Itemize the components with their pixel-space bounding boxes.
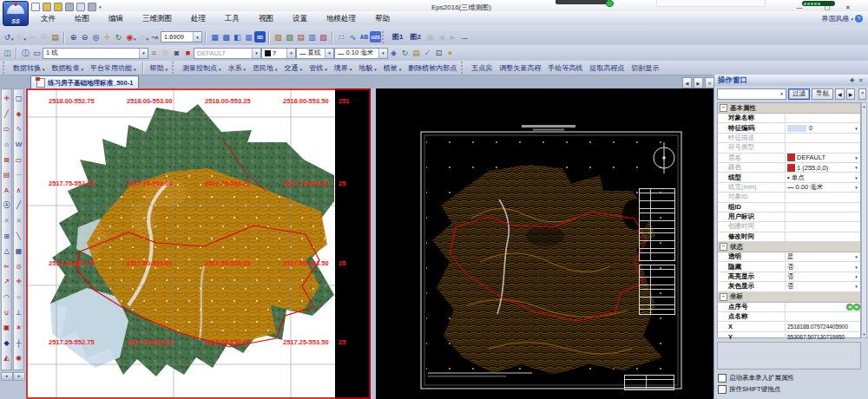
- view2-button[interactable]: 图2: [407, 30, 424, 44]
- next-point-button[interactable]: ▶: [853, 304, 860, 311]
- erase-icon[interactable]: ✕: [14, 213, 23, 229]
- property-value[interactable]: —0.00 毫米▾: [786, 183, 860, 192]
- help-menu-0[interactable]: 帮助▾: [147, 62, 172, 74]
- feature-menu-8[interactable]: 删除植被内部点: [404, 62, 460, 74]
- line-combobox[interactable]: 1 线▾: [43, 48, 148, 59]
- chevron-down-icon[interactable]: ▾: [286, 49, 295, 58]
- minimize-button[interactable]: —: [792, 3, 807, 11]
- menu-item-9[interactable]: 帮助: [365, 11, 399, 25]
- prev-tab-button[interactable]: ◀: [682, 77, 692, 88]
- color-combobox[interactable]: 7▾: [261, 48, 296, 59]
- chevron-down-icon[interactable]: ▾: [193, 32, 201, 42]
- target-icon[interactable]: ⊙: [14, 259, 23, 275]
- tool-command-2[interactable]: 手绘等高线: [544, 62, 586, 74]
- menu-item-4[interactable]: 处理: [181, 11, 215, 25]
- menu-item-1[interactable]: 绘图: [65, 11, 99, 25]
- property-value[interactable]: [786, 203, 860, 212]
- chevron-down-icon[interactable]: ▾: [852, 155, 860, 160]
- join-icon[interactable]: ∪: [2, 304, 11, 320]
- smooth-line-icon[interactable]: ∿: [347, 31, 358, 43]
- checkbox-icon[interactable]: [718, 385, 727, 394]
- close-button[interactable]: ✕: [840, 3, 856, 11]
- zoom-extent-icon[interactable]: ◎: [90, 31, 102, 43]
- check-icon[interactable]: ✓: [422, 48, 433, 59]
- data-menu-1[interactable]: 数据检查▾: [49, 62, 88, 74]
- edit-icon[interactable]: [54, 3, 62, 11]
- property-value[interactable]: [786, 143, 860, 152]
- property-grid-scrollbar[interactable]: ▲ ▼: [861, 102, 867, 338]
- trim-icon[interactable]: ✂: [2, 259, 11, 275]
- move-icon[interactable]: ↗: [2, 274, 11, 290]
- more-button[interactable]: ...: [458, 30, 471, 44]
- property-value[interactable]: [786, 312, 860, 321]
- next-object-button[interactable]: ▶: [846, 88, 856, 100]
- chevron-down-icon[interactable]: ▾: [852, 126, 860, 131]
- star-icon[interactable]: ∗: [14, 320, 23, 336]
- frame-icon[interactable]: ▭: [14, 152, 23, 167]
- curve-icon[interactable]: ∿: [14, 121, 23, 137]
- copy-obj-icon[interactable]: ⊞: [2, 228, 11, 244]
- copy-icon[interactable]: ⧉: [38, 31, 49, 43]
- tool-command-0[interactable]: 五点房: [468, 62, 496, 74]
- panel-help-button[interactable]: ?: [858, 88, 866, 100]
- redo-icon[interactable]: ↻: [15, 31, 26, 43]
- panel-checkbox-1[interactable]: 按住SHIFT键拖点: [718, 385, 794, 394]
- lock-open-icon[interactable]: ◙: [171, 48, 182, 59]
- data-menu-2[interactable]: 平台常用功能▾: [87, 62, 140, 74]
- grid-box-icon[interactable]: ▣: [2, 320, 11, 336]
- scroll-down-icon[interactable]: ▼: [862, 331, 866, 337]
- help-icon[interactable]: ?: [855, 15, 863, 23]
- view-3d-icon[interactable]: 3D: [254, 31, 266, 43]
- interface-style-control[interactable]: 界面风格 ▾ ?: [821, 11, 863, 25]
- menu-item-6[interactable]: 视图: [249, 11, 283, 25]
- draw-hatch-icon[interactable]: ⊠: [2, 152, 11, 167]
- collapse-icon[interactable]: −: [720, 243, 727, 251]
- feature-menu-1[interactable]: 水系▾: [225, 62, 250, 74]
- property-value[interactable]: [786, 232, 860, 241]
- folder-tool-icon[interactable]: ▢: [14, 91, 23, 107]
- redraw-icon[interactable]: ↻: [113, 31, 124, 43]
- document-tab[interactable]: 练习房子基础地理标准_500-1: [30, 75, 139, 89]
- current-color-icon[interactable]: ■: [182, 48, 194, 59]
- delete-icon[interactable]: ✕: [2, 213, 11, 229]
- grid-view-icon[interactable]: ▦: [243, 31, 254, 43]
- info-icon[interactable]: ⓘ: [20, 48, 31, 59]
- perp-icon[interactable]: ⊥: [14, 304, 23, 320]
- toolbox-expander-2[interactable]: ▸: [13, 372, 25, 381]
- chevron-down-icon[interactable]: ▾: [852, 254, 860, 259]
- property-value[interactable]: 553067.507130719950: [786, 332, 860, 341]
- property-value[interactable]: 否▾: [786, 282, 860, 291]
- model-icon[interactable]: ◫: [2, 48, 13, 59]
- prev-point-button[interactable]: ◀: [846, 304, 853, 311]
- linetype-combobox[interactable]: —直线▾: [296, 48, 334, 59]
- property-value[interactable]: 2518188.079724405900: [786, 322, 860, 330]
- refresh2-icon[interactable]: ↻: [399, 48, 411, 59]
- toolbox-expander-1[interactable]: ▸: [1, 372, 13, 381]
- monitor-icon[interactable]: ⊡: [433, 48, 444, 59]
- label-ab-icon[interactable]: AB: [358, 31, 370, 43]
- ortho-icon[interactable]: ◉: [14, 350, 23, 366]
- map-preview-3-icon[interactable]: ▤: [295, 31, 306, 43]
- circle-icon[interactable]: ○: [14, 290, 23, 305]
- data-menu-0[interactable]: 数据转换▾: [10, 62, 49, 74]
- close-panel-icon[interactable]: ✕: [857, 77, 865, 84]
- new-doc-icon[interactable]: [31, 3, 40, 11]
- property-value[interactable]: [786, 222, 860, 231]
- collapse-icon[interactable]: −: [720, 104, 727, 112]
- display-bar-icon[interactable]: ▭: [31, 48, 43, 59]
- menu-item-8[interactable]: 地模处理: [317, 11, 365, 25]
- chevron-down-icon[interactable]: ▾: [134, 36, 136, 42]
- window-split-icon[interactable]: ◧: [232, 31, 243, 43]
- map-preview-1-icon[interactable]: ▧: [273, 31, 284, 43]
- feature-menu-7[interactable]: 植被▾: [380, 62, 405, 74]
- zoom-in-icon[interactable]: ⊕: [68, 31, 79, 43]
- angle-icon[interactable]: ∧: [14, 183, 23, 199]
- chevron-down-icon[interactable]: ▾: [325, 49, 333, 58]
- prev-view-icon[interactable]: ◀: [436, 31, 447, 43]
- cad-sheet-view[interactable]: [376, 88, 713, 399]
- layers-icon[interactable]: ≡: [148, 48, 160, 59]
- print-icon[interactable]: [65, 3, 74, 11]
- chevron-down-icon[interactable]: ▾: [378, 49, 387, 58]
- block-icon[interactable]: ◆: [2, 336, 11, 351]
- railway-icon[interactable]: ▤: [2, 167, 11, 183]
